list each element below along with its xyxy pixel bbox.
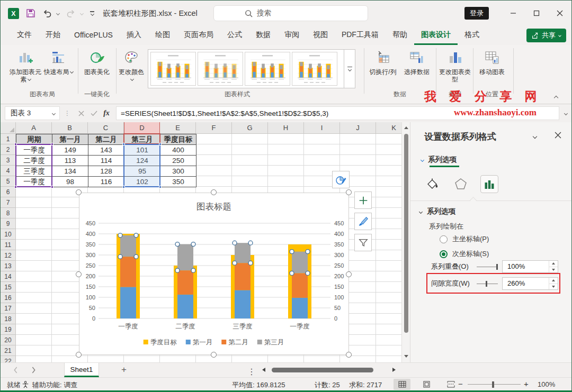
column-header-B[interactable]: B bbox=[52, 122, 88, 134]
scroll-left-icon[interactable] bbox=[262, 368, 265, 372]
customize-toolbar-button[interactable] bbox=[90, 11, 94, 15]
table-cell[interactable]: 400 bbox=[160, 145, 196, 156]
column-header-K[interactable]: K bbox=[376, 122, 401, 134]
chart-style-thumbnail-3[interactable] bbox=[245, 52, 290, 86]
column-header-D[interactable]: D bbox=[124, 122, 160, 134]
row-header-18[interactable]: 18 bbox=[1, 314, 16, 324]
name-box[interactable]: 图表 3 bbox=[5, 106, 60, 120]
menu-tab-8[interactable]: 审阅 bbox=[278, 26, 306, 45]
table-cell[interactable]: 350 bbox=[160, 177, 196, 187]
quick-layout-button[interactable]: 快速布局 bbox=[42, 46, 75, 76]
row-header-12[interactable]: 12 bbox=[1, 250, 16, 261]
normal-view-button[interactable] bbox=[394, 379, 410, 390]
row-header-2[interactable]: 2 bbox=[1, 144, 16, 155]
menu-tab-1[interactable]: 开始 bbox=[39, 26, 67, 45]
chart-filters-button[interactable] bbox=[354, 234, 372, 251]
vertical-scrollbar[interactable] bbox=[401, 122, 410, 362]
accessibility-status[interactable]: 辅助功能: 调查 bbox=[32, 380, 77, 390]
panel-dropdown-icon[interactable] bbox=[533, 134, 537, 139]
change-chart-type-button[interactable]: 更改图表类型 bbox=[438, 46, 472, 83]
tab-series-options[interactable]: 系列选项 bbox=[421, 155, 457, 165]
spin-up-icon[interactable] bbox=[549, 261, 558, 267]
table-cell[interactable]: 114 bbox=[88, 156, 124, 166]
expand-formula-bar-icon[interactable] bbox=[564, 111, 568, 115]
vertical-scrollbar-thumb[interactable] bbox=[404, 134, 408, 333]
page-break-view-button[interactable] bbox=[442, 379, 459, 390]
table-cell[interactable]: 116 bbox=[88, 177, 124, 187]
undo-button[interactable] bbox=[42, 8, 52, 18]
chart-style-thumbnail-1[interactable] bbox=[150, 52, 196, 86]
select-all-corner[interactable] bbox=[1, 122, 16, 134]
chart-style-thumbnail-4[interactable] bbox=[292, 52, 337, 86]
chart-resize-handle[interactable] bbox=[76, 271, 82, 277]
add-chart-element-button[interactable]: 添加图表元素 bbox=[9, 46, 42, 83]
row-header-9[interactable]: 9 bbox=[1, 218, 16, 229]
chart-resize-handle[interactable] bbox=[76, 352, 82, 358]
row-header-10[interactable]: 10 bbox=[1, 229, 16, 240]
table-cell[interactable]: 一季度 bbox=[16, 177, 52, 187]
menu-tab-6[interactable]: 公式 bbox=[220, 26, 249, 45]
chart-resize-handle[interactable] bbox=[346, 271, 352, 277]
row-header-21[interactable]: 21 bbox=[1, 345, 16, 356]
scroll-down-icon[interactable] bbox=[404, 355, 408, 358]
gap-width-input[interactable]: 260% bbox=[502, 277, 558, 290]
sheet-tab-sheet1[interactable]: Sheet1 bbox=[64, 363, 99, 377]
table-cell[interactable]: 98 bbox=[52, 177, 88, 187]
table-cell[interactable]: 102 bbox=[124, 177, 160, 187]
change-colors-button[interactable]: 更改颜色 bbox=[118, 46, 145, 83]
menu-tab-7[interactable]: 数据 bbox=[249, 26, 278, 45]
spin-down-icon[interactable] bbox=[549, 284, 558, 290]
chart-resize-handle[interactable] bbox=[211, 189, 217, 195]
data-table[interactable]: 周期第一月第二月第三月季度目标一季度149143101400二季度1131141… bbox=[16, 134, 196, 187]
panel-close-button[interactable] bbox=[555, 132, 561, 139]
scroll-right-icon[interactable] bbox=[392, 368, 396, 372]
confirm-entry-button[interactable] bbox=[87, 111, 100, 116]
secondary-axis-option[interactable]: 次坐标轴(S) bbox=[440, 249, 489, 259]
menu-tab-13[interactable]: 格式 bbox=[458, 26, 486, 45]
chart-styles-button[interactable] bbox=[354, 213, 372, 230]
search-box[interactable]: 搜索 bbox=[213, 5, 368, 21]
close-button[interactable] bbox=[548, 1, 571, 26]
share-button[interactable]: 共享 bbox=[526, 29, 566, 42]
insert-function-button[interactable]: fx bbox=[100, 109, 113, 117]
effects-icon[interactable] bbox=[452, 175, 470, 193]
table-cell[interactable]: 149 bbox=[52, 145, 88, 156]
table-cell[interactable]: 一季度 bbox=[16, 145, 52, 156]
row-header-17[interactable]: 17 bbox=[1, 303, 16, 314]
column-header-A[interactable]: A bbox=[16, 122, 52, 134]
table-cell[interactable]: 95 bbox=[124, 166, 160, 177]
chart-resize-handle[interactable] bbox=[76, 189, 82, 195]
menu-tab-5[interactable]: 页面布局 bbox=[177, 26, 220, 45]
table-cell[interactable]: 250 bbox=[160, 156, 196, 166]
chart-resize-handle[interactable] bbox=[346, 189, 352, 195]
menu-tab-9[interactable]: 视图 bbox=[306, 26, 335, 45]
series-options-section-header[interactable]: 系列选项 bbox=[419, 207, 455, 216]
chart[interactable]: 0050501001001501502002002502503003003503… bbox=[79, 193, 349, 355]
table-cell[interactable]: 124 bbox=[124, 156, 160, 166]
menu-tab-0[interactable]: 文件 bbox=[10, 26, 39, 45]
table-header-cell[interactable]: 季度目标 bbox=[160, 134, 196, 145]
cancel-entry-button[interactable] bbox=[75, 111, 87, 116]
chart-style-thumbnail-2[interactable] bbox=[198, 52, 243, 86]
table-header-cell[interactable]: 第三月 bbox=[124, 134, 160, 145]
row-header-20[interactable]: 20 bbox=[1, 335, 16, 345]
menu-tab-12[interactable]: 图表设计 bbox=[414, 26, 458, 45]
table-cell[interactable]: 113 bbox=[52, 156, 88, 166]
login-button[interactable]: 登录 bbox=[464, 7, 489, 20]
chart-resize-handle[interactable] bbox=[346, 352, 352, 358]
row-header-22[interactable]: 22 bbox=[1, 356, 16, 362]
collapse-ribbon-button[interactable] bbox=[554, 96, 558, 100]
row-header-8[interactable]: 8 bbox=[1, 208, 16, 218]
menu-tab-2[interactable]: OfficePLUS bbox=[67, 26, 120, 45]
chart-resize-handle[interactable] bbox=[211, 352, 217, 358]
redo-dropdown-icon[interactable] bbox=[80, 11, 84, 15]
menu-tab-11[interactable]: 帮助 bbox=[386, 26, 414, 45]
move-chart-button[interactable]: 移动图表 bbox=[475, 46, 509, 76]
table-cell[interactable]: 143 bbox=[88, 145, 124, 156]
column-header-H[interactable]: H bbox=[268, 122, 304, 134]
row-header-16[interactable]: 16 bbox=[1, 293, 16, 303]
table-header-cell[interactable]: 第二月 bbox=[88, 134, 124, 145]
row-header-3[interactable]: 3 bbox=[1, 155, 16, 166]
chart-elements-button[interactable] bbox=[354, 192, 372, 209]
table-cell[interactable]: 128 bbox=[88, 166, 124, 177]
